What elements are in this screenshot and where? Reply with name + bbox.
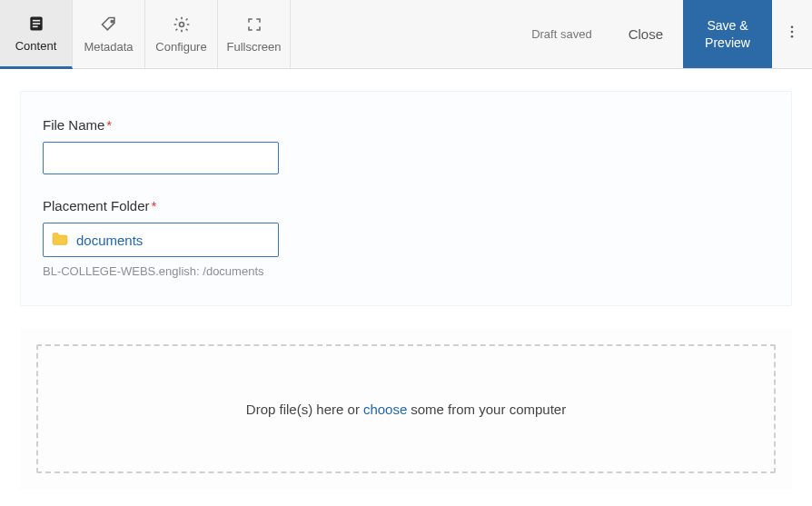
placement-folder-path: BL-COLLEGE-WEBS.english: /documents [43, 264, 333, 278]
fullscreen-icon [246, 15, 262, 35]
kebab-icon [784, 24, 800, 45]
placement-folder-value: documents [76, 233, 143, 248]
choose-file-link[interactable]: choose [363, 402, 407, 417]
file-name-input[interactable] [43, 142, 279, 174]
document-icon [27, 14, 45, 34]
tab-label: Configure [155, 40, 206, 54]
placement-folder-field: Placement Folder* documents BL-COLLEGE-W… [43, 198, 333, 278]
gear-icon [173, 15, 191, 35]
top-toolbar: Content Metadata Configure Fullscreen Dr… [0, 0, 812, 69]
required-asterisk: * [106, 117, 112, 133]
tab-label: Content [15, 39, 57, 53]
svg-point-8 [791, 35, 794, 38]
required-asterisk: * [152, 198, 157, 213]
svg-rect-3 [32, 26, 37, 28]
tab-metadata[interactable]: Metadata [73, 0, 145, 68]
toolbar-spacer [291, 0, 515, 68]
label-text: File Name [43, 117, 104, 133]
file-name-label: File Name* [43, 117, 333, 133]
svg-point-4 [111, 21, 113, 23]
tab-label: Metadata [84, 40, 133, 54]
save-preview-button[interactable]: Save & Preview [683, 0, 772, 68]
tab-fullscreen[interactable]: Fullscreen [218, 0, 291, 68]
dropzone-text-prefix: Drop file(s) here or [246, 402, 360, 417]
tab-content[interactable]: Content [0, 0, 73, 69]
tab-label: Fullscreen [227, 40, 282, 54]
file-name-field: File Name* [43, 117, 333, 174]
tag-icon [100, 15, 118, 35]
svg-point-6 [791, 25, 794, 28]
placement-folder-picker[interactable]: documents [43, 223, 279, 257]
file-dropzone[interactable]: Drop file(s) here or choose some from yo… [36, 344, 776, 473]
upload-panel: Drop file(s) here or choose some from yo… [20, 328, 792, 490]
more-actions-button[interactable] [772, 0, 812, 68]
dropzone-text-suffix: some from your computer [411, 402, 566, 417]
svg-rect-2 [32, 23, 39, 25]
folder-icon [51, 232, 69, 249]
draft-status: Draft saved [515, 0, 608, 68]
label-text: Placement Folder [43, 198, 150, 213]
close-button[interactable]: Close [609, 0, 683, 68]
tab-configure[interactable]: Configure [145, 0, 218, 68]
svg-point-7 [791, 31, 794, 34]
svg-point-5 [179, 23, 183, 27]
file-info-panel: File Name* Placement Folder* documents B… [20, 91, 792, 306]
placement-folder-label: Placement Folder* [43, 198, 333, 213]
svg-rect-1 [32, 20, 39, 22]
